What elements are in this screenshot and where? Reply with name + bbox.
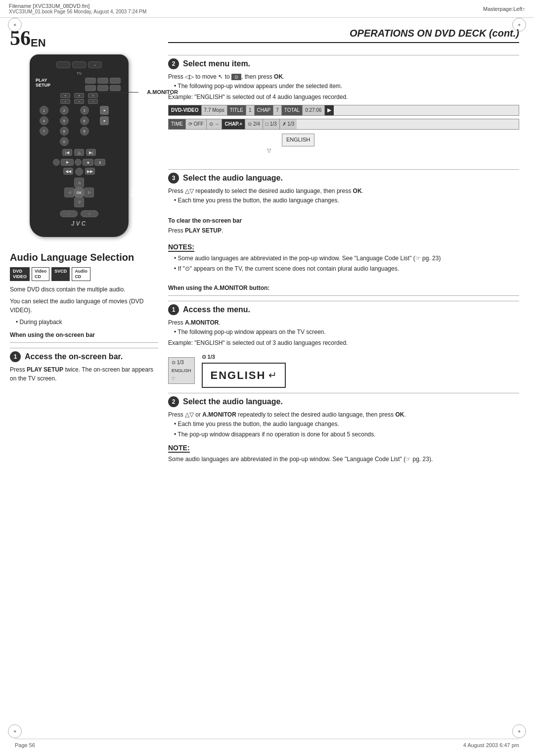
num-2[interactable]: 2: [60, 106, 69, 115]
num-4[interactable]: 4: [40, 116, 48, 125]
mini-osd-counter: ⊙ 1/3ENGLISH▽: [168, 357, 195, 384]
num-rec[interactable]: ■: [100, 106, 109, 115]
right-column: OPERATIONS ON DVD DECK (cont.) 2 Select …: [168, 28, 519, 464]
num-rec2[interactable]: ■: [100, 116, 109, 125]
nav-ok-btn[interactable]: OK: [73, 187, 85, 198]
disc-icon-video: VideoCD: [32, 267, 49, 281]
remote-plus-minus: + − + − + −: [36, 93, 123, 104]
center-btn-2[interactable]: [75, 159, 82, 166]
stop-btn[interactable]: ■: [83, 159, 93, 166]
bottom-btn-1[interactable]: −: [60, 210, 78, 217]
minus-btn-1[interactable]: −: [60, 99, 70, 104]
note-2: If "⊙" appears on the TV, the current sc…: [174, 264, 519, 273]
remote-transport: |◀ △ ▶|: [36, 149, 123, 156]
page-header-right: OPERATIONS ON DVD DECK (cont.): [168, 28, 519, 43]
step-2b-body: Press △▽ or A.MONITOR repeatedly to sele…: [168, 410, 519, 439]
num-3[interactable]: 3: [80, 106, 89, 115]
amonitor-section: When using the A.MONITOR button: 1 Acces…: [168, 280, 519, 464]
btn-prev[interactable]: |◀: [62, 149, 72, 156]
plus-btn-1[interactable]: +: [60, 93, 70, 98]
plus-btn-2[interactable]: +: [74, 93, 84, 98]
page-footer: Page 56 4 August 2003 6:47 pm: [15, 739, 519, 748]
num-7[interactable]: 7: [40, 127, 48, 136]
osd-bar-2: TIME ⟳ OFF ⊙ → CHAP.+ ⊙ 2/4 □ 1/3 ✗ 1/3: [168, 119, 519, 130]
step-2-header: 2 Select menu item.: [168, 55, 519, 69]
num-empty4: [100, 137, 109, 146]
remote-bottom-btns: − +: [36, 210, 123, 217]
step-2-text: Press ◁▷ to move ↖ to ⊙, then press OK.: [168, 72, 519, 82]
pause-btn[interactable]: ⏸: [94, 159, 105, 166]
num-5[interactable]: 5: [60, 116, 69, 125]
remote-btn-e[interactable]: [97, 85, 108, 91]
btn-center-round[interactable]: [75, 168, 83, 176]
remote-right-btns: [85, 78, 121, 91]
remote-nav-row: △ ◁ OK ▷ ▽ △▽◁ OK: [36, 178, 123, 207]
plus-btn-3[interactable]: +: [88, 93, 98, 98]
btn-rew[interactable]: ◀◀: [63, 168, 73, 175]
step-3-num: 3: [168, 173, 179, 184]
step-2b-num: 2: [168, 396, 179, 407]
jvc-logo: JVC: [36, 220, 123, 227]
btn-next[interactable]: ▶|: [86, 149, 96, 156]
bottom-btn-2[interactable]: +: [81, 210, 98, 217]
num-8[interactable]: 8: [60, 127, 69, 136]
center-btn-1[interactable]: [53, 159, 60, 166]
clear-bar-section: To clear the on-screen bar Press PLAY SE…: [168, 212, 519, 234]
remote-btn-3[interactable]: •: [88, 61, 102, 68]
num-1[interactable]: 1: [40, 106, 48, 115]
osd-x13: ✗ 1/3: [280, 119, 297, 129]
osd-popup-wrap: ENGLISH ▽: [252, 133, 519, 155]
remote-btn-2[interactable]: [72, 61, 86, 68]
audio-lang-section: Audio Language Selection DVDVIDEO VideoC…: [10, 252, 158, 386]
osd-bar: DVD-VIDEO 7.7 Mops TITLE 1 CHAP 7 TOTAL …: [168, 105, 519, 116]
pm-group-3: + −: [88, 93, 98, 104]
step-2-title: Select menu item.: [183, 59, 250, 68]
num-empty: [100, 127, 109, 136]
btn-triangle[interactable]: △: [74, 149, 84, 156]
amonitor-line: [99, 92, 138, 93]
play-btn[interactable]: ▶: [61, 159, 74, 166]
left-column: 56 EN • TV PLAY SETUP: [10, 28, 158, 464]
step-1-title: Access the on-screen bar.: [25, 352, 123, 361]
step-1b-header: 1 Access the menu.: [168, 301, 519, 315]
footer-date: 4 August 2003 6:47 pm: [463, 742, 519, 748]
pm-group-2: + −: [74, 93, 84, 104]
minus-btn-2[interactable]: −: [74, 99, 84, 104]
remote-btn-f[interactable]: [110, 85, 121, 91]
remote-btn-c[interactable]: [110, 78, 121, 84]
remote-btn-d[interactable]: [85, 85, 96, 91]
num-9[interactable]: 9: [80, 127, 89, 136]
remote-btn-b[interactable]: [97, 78, 108, 84]
nav-left-btn[interactable]: ◁: [64, 188, 74, 197]
remote-btn-a[interactable]: [85, 78, 96, 84]
step-1-num: 1: [10, 351, 21, 362]
step-1b-example: Example: "ENGLISH" is selected out of 3 …: [168, 338, 519, 348]
osd-title-label: TITLE: [227, 105, 246, 115]
osd-dvd-video: DVD-VIDEO: [169, 105, 202, 115]
nav-right-btn[interactable]: ▷: [84, 188, 94, 197]
step-2b-header: 2 Select the audio language.: [168, 393, 519, 407]
osd-mops: 7.7 Mops: [202, 105, 227, 115]
num-0[interactable]: 0: [60, 137, 69, 146]
header-right: Masterpage:Left↑: [483, 6, 525, 12]
step-2-body: Press ◁▷ to move ↖ to ⊙, then press OK. …: [168, 72, 519, 155]
ops-title: OPERATIONS ON DVD DECK (cont.): [350, 28, 519, 39]
nav-down-btn[interactable]: ▽: [74, 197, 84, 207]
step-1b-num: 1: [168, 304, 179, 315]
footer-page: Page 56: [15, 742, 35, 748]
btn-fwd[interactable]: ▶▶: [85, 168, 95, 175]
nav-up-btn[interactable]: △: [74, 178, 84, 188]
intro-text-1: Some DVD discs contain the multiple audi…: [10, 285, 158, 294]
nav-label: △▽◁ OK: [131, 187, 142, 198]
remote-row-btns-2: [85, 85, 121, 91]
note-title: NOTE:: [168, 444, 190, 453]
osd-off: ⟳ OFF: [186, 119, 207, 129]
num-6[interactable]: 6: [80, 116, 89, 125]
step-2-example: Example: "ENGLISH" is selected out of 4 …: [168, 93, 519, 102]
minus-btn-3[interactable]: −: [88, 99, 98, 104]
step-2b-bullet-1: Each time you press the button, the audi…: [174, 420, 519, 428]
remote-btn-1[interactable]: [56, 61, 70, 68]
header-left: Filename [XVC33UM_08DVD.fm] XVC33UM_01.b…: [9, 3, 146, 14]
step-3-text: Press △▽ repeatedly to select the desire…: [168, 187, 519, 196]
using-bar-heading: When using the on-screen bar: [10, 331, 158, 338]
